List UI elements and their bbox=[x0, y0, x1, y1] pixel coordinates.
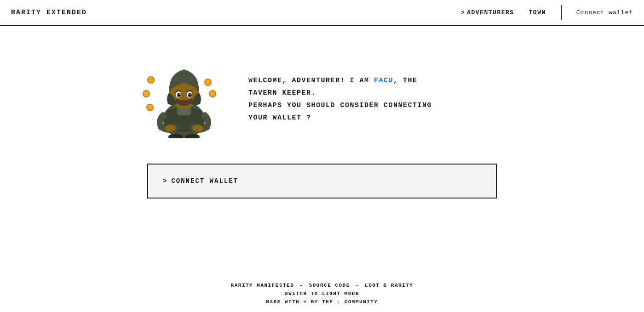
nav-adventurers[interactable]: ADVENTURERS bbox=[461, 9, 514, 16]
footer-switch-mode[interactable]: SWITCH TO LIGHT MODE bbox=[7, 291, 637, 296]
welcome-line-4: YOUR WALLET ? bbox=[248, 112, 506, 124]
character-container bbox=[138, 53, 230, 145]
footer-sep-2: - bbox=[356, 283, 359, 288]
welcome-line-2: TAVERN KEEPER. bbox=[248, 87, 506, 99]
logo: RARITY EXTENDED bbox=[11, 9, 87, 17]
footer-source-code[interactable]: SOURCE CODE bbox=[309, 283, 350, 288]
footer-sep-1: - bbox=[299, 283, 303, 288]
character-illustration bbox=[152, 60, 216, 138]
connect-wallet-box[interactable]: > CONNECT WALLET bbox=[147, 164, 497, 199]
hero-section: WELCOME, ADVENTURER! I AM FACU, THE TAVE… bbox=[138, 53, 506, 145]
chevron-right-icon: > bbox=[163, 177, 167, 185]
footer-links: RARITY MANIFESTED - SOURCE CODE - LOOT &… bbox=[7, 283, 637, 288]
connect-wallet-box-inner[interactable]: > CONNECT WALLET bbox=[148, 165, 496, 198]
footer-community: MADE WITH ♥ BY THE ↓ COMMUNITY bbox=[7, 299, 637, 305]
svg-point-12 bbox=[190, 94, 191, 95]
welcome-line-3: PERHAPS YOU SHOULD CONSIDER CONNECTING bbox=[248, 99, 506, 112]
main-content: WELCOME, ADVENTURER! I AM FACU, THE TAVE… bbox=[0, 26, 644, 217]
coin-decoration-2 bbox=[143, 90, 150, 97]
footer-loot-rarity[interactable]: LOOT & RARITY bbox=[365, 283, 413, 288]
footer: RARITY MANIFESTED - SOURCE CODE - LOOT &… bbox=[0, 275, 644, 312]
header: RARITY EXTENDED ADVENTURERS TOWN Connect… bbox=[0, 0, 644, 26]
connect-wallet-button[interactable]: Connect wallet bbox=[576, 9, 633, 16]
footer-made-with: MADE WITH bbox=[266, 299, 299, 305]
welcome-text: WELCOME, ADVENTURER! I AM FACU, THE TAVE… bbox=[248, 74, 506, 124]
nav-town[interactable]: TOWN bbox=[529, 9, 546, 16]
svg-point-11 bbox=[179, 94, 180, 95]
footer-rarity-manifested[interactable]: RARITY MANIFESTED bbox=[231, 283, 294, 288]
name-highlight: FACU bbox=[374, 77, 393, 85]
connect-wallet-label: CONNECT WALLET bbox=[171, 177, 238, 185]
nav: ADVENTURERS TOWN Connect wallet bbox=[461, 5, 633, 20]
footer-by-community: BY THE ↓ COMMUNITY bbox=[311, 299, 378, 305]
heart-icon: ♥ bbox=[304, 299, 311, 305]
nav-divider bbox=[561, 5, 562, 20]
welcome-line-1: WELCOME, ADVENTURER! I AM FACU, THE bbox=[248, 74, 506, 87]
